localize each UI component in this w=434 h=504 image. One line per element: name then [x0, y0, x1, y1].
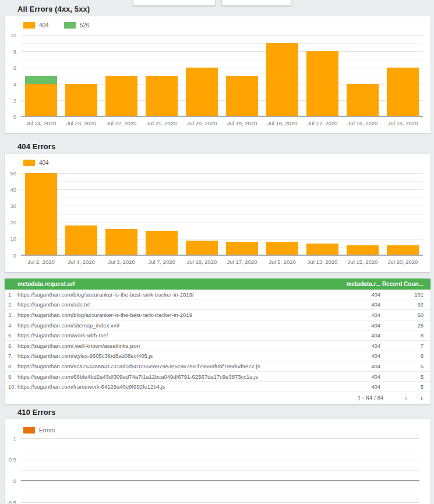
bar-segment-404[interactable] — [25, 84, 57, 117]
table-row: 10.https://suganthan.com/framework-64129… — [5, 382, 431, 392]
prev-page-icon[interactable]: ‹ — [405, 394, 408, 402]
legend-swatch-icon — [23, 427, 35, 433]
row-record-count: 50 — [380, 312, 431, 318]
row-response-code: 404 — [334, 291, 380, 298]
row-record-count: 5 — [380, 363, 431, 369]
row-index: 5. — [5, 332, 17, 339]
row-url: https://suganthan.com/blog/accuranker-is… — [17, 291, 334, 298]
major-gridline — [21, 189, 423, 190]
all-errors-chart: 4045260246810Jul 24, 2020Jul 23, 2020Jul… — [5, 16, 431, 133]
table-row: 4.https://suganthan.com/sitemap_index.xm… — [5, 320, 431, 331]
minor-gridline — [21, 470, 419, 471]
row-response-code: 404 — [334, 353, 380, 359]
minor-gridline — [21, 59, 423, 60]
pagination-range: 1 - 84 / 84 — [358, 395, 384, 401]
row-response-code: 404 — [334, 301, 380, 308]
y-tick-label: 4 — [1, 81, 16, 87]
y-tick-label: 8 — [1, 48, 16, 55]
table-row: 7.https://suganthan.com/styles-9605c3fbd… — [5, 351, 431, 362]
row-record-count: 6 — [380, 353, 431, 359]
chart-legend: 404 — [23, 160, 49, 166]
row-record-count: 5 — [380, 373, 431, 380]
date-filter-control[interactable] — [133, 0, 216, 6]
bar-segment-404[interactable] — [347, 84, 379, 117]
minor-gridline — [21, 181, 423, 182]
legend-item: Errors — [23, 427, 55, 433]
legend-item: 404 — [23, 160, 49, 166]
x-axis-line — [21, 480, 419, 481]
bar-segment-404[interactable] — [306, 51, 338, 117]
row-response-code: 404 — [334, 343, 380, 349]
bar-segment-404[interactable] — [25, 173, 57, 255]
bar-segment-404[interactable] — [186, 241, 218, 255]
legend-label: 526 — [80, 22, 90, 29]
legend-label: Errors — [39, 427, 55, 433]
x-tick-label: Jul 20, 2020 — [379, 259, 427, 265]
errors-table-panel: metadata.request.url metadata.r... Recor… — [5, 279, 431, 404]
report-page: All Errors (4xx, 5xx) 4045260246810Jul 2… — [0, 0, 434, 504]
bar-segment-404[interactable] — [146, 231, 178, 255]
table-row: 1.https://suganthan.com/blog/accuranker-… — [5, 290, 431, 300]
bar-segment-404[interactable] — [146, 76, 178, 117]
next-page-icon[interactable]: › — [420, 394, 423, 402]
row-url: https://suganthan.com/sitemap_index.xml — [17, 322, 334, 329]
y-tick-label: 40 — [1, 186, 16, 193]
chart-legend: Errors — [23, 427, 55, 433]
row-index: 4. — [5, 322, 17, 329]
table-row: 5.https://suganthan.com/work-with-me/404… — [5, 330, 431, 341]
row-index: 10. — [5, 383, 17, 390]
bar-segment-404[interactable] — [266, 43, 298, 117]
legend-item: 526 — [64, 22, 90, 29]
table-row: 2.https://suganthan.com/ads.txt40492 — [5, 300, 431, 311]
major-gridline — [21, 438, 419, 439]
legend-item: 404 — [23, 22, 49, 29]
x-axis-line — [21, 255, 423, 256]
page-filter-control[interactable] — [221, 0, 291, 6]
row-record-count: 8 — [380, 332, 431, 339]
minor-gridline — [21, 449, 419, 449]
bar-segment-404[interactable] — [65, 225, 97, 255]
major-gridline — [21, 223, 423, 223]
bar-segment-404[interactable] — [306, 244, 338, 255]
table-header-row: metadata.request.url metadata.r... Recor… — [5, 279, 431, 290]
y-tick-label: 50 — [1, 170, 16, 177]
bar-segment-404[interactable] — [226, 242, 258, 255]
row-index: 9. — [5, 373, 17, 380]
bar-segment-404[interactable] — [105, 76, 137, 117]
bar-segment-404[interactable] — [226, 76, 258, 117]
row-response-code: 404 — [334, 363, 380, 369]
minor-gridline — [21, 214, 423, 215]
y-tick-label: 20 — [1, 219, 16, 225]
bar-segment-404[interactable] — [186, 68, 218, 117]
chart-legend: 404526 — [23, 22, 89, 29]
minor-gridline — [21, 198, 423, 198]
minor-gridline — [21, 76, 423, 76]
legend-label: 404 — [39, 22, 49, 29]
bar-segment-404[interactable] — [266, 242, 298, 255]
legend-swatch-icon — [23, 22, 35, 29]
row-response-code: 404 — [334, 312, 380, 318]
legend-swatch-icon — [64, 22, 76, 29]
row-index: 8. — [5, 363, 17, 369]
row-url: https://suganthan.com/ads.txt — [17, 301, 334, 308]
bar-segment-526[interactable] — [25, 76, 57, 84]
major-gridline — [21, 206, 423, 206]
bar-segment-404[interactable] — [387, 245, 419, 255]
y-tick-label: 10 — [1, 235, 16, 242]
y-tick-label: 2 — [1, 97, 16, 104]
table-body: 1.https://suganthan.com/blog/accuranker-… — [5, 290, 431, 392]
row-url: https://suganthan.com/styles-9605c3fbd8a… — [17, 353, 334, 359]
bar-segment-404[interactable] — [65, 84, 97, 117]
bar-segment-404[interactable] — [347, 245, 379, 255]
major-gridline — [21, 68, 423, 68]
row-record-count: 5 — [380, 383, 431, 390]
row-url: https://suganthan.com/9ca7533aaa317318d0… — [17, 363, 334, 369]
row-index: 6. — [5, 343, 17, 349]
row-url: https://suganthan.com/framework-64129a40… — [17, 383, 334, 390]
bar-segment-404[interactable] — [105, 229, 137, 255]
row-url: https://suganthan.com/66bfe4bd2a43df309e… — [17, 373, 334, 380]
errors-410-chart: Errors-0.500.51 — [5, 419, 431, 504]
bar-segment-404[interactable] — [387, 68, 419, 117]
y-tick-label: 1 — [1, 435, 16, 442]
x-axis-line — [21, 116, 423, 117]
